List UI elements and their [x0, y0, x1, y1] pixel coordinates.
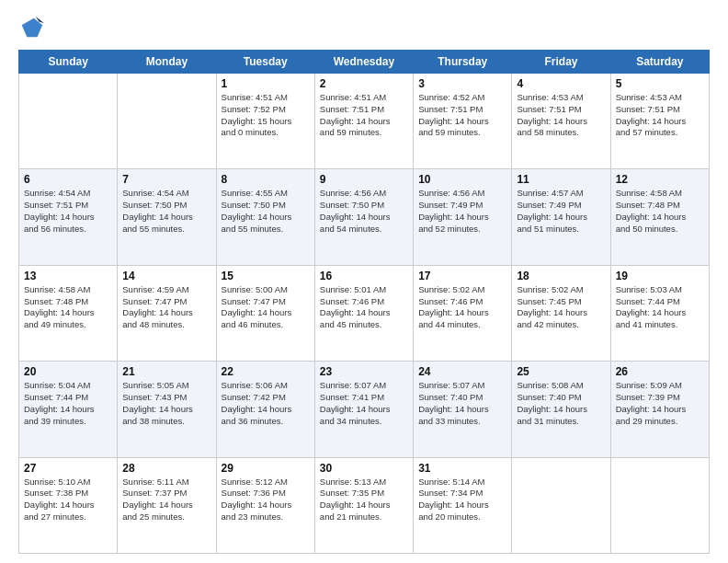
- day-number: 17: [418, 270, 506, 282]
- day-number: 2: [320, 77, 408, 90]
- day-detail: Sunrise: 5:03 AM Sunset: 7:44 PM Dayligh…: [616, 284, 704, 331]
- day-detail: Sunrise: 5:11 AM Sunset: 7:37 PM Dayligh…: [122, 477, 210, 523]
- day-detail: Sunrise: 5:12 AM Sunset: 7:36 PM Dayligh…: [222, 477, 310, 523]
- calendar-cell: 12Sunrise: 4:58 AM Sunset: 7:48 PM Dayli…: [610, 169, 709, 265]
- weekday-header-sunday: Sunday: [19, 51, 118, 74]
- day-number: 24: [418, 365, 506, 378]
- calendar-cell: 23Sunrise: 5:07 AM Sunset: 7:41 PM Dayli…: [314, 362, 413, 457]
- calendar-cell: 7Sunrise: 4:54 AM Sunset: 7:50 PM Daylig…: [118, 169, 216, 265]
- calendar-cell: 4Sunrise: 4:53 AM Sunset: 7:51 PM Daylig…: [512, 74, 610, 169]
- calendar-cell: 15Sunrise: 5:00 AM Sunset: 7:47 PM Dayli…: [216, 265, 314, 361]
- calendar-cell: 10Sunrise: 4:56 AM Sunset: 7:49 PM Dayli…: [414, 169, 512, 265]
- logo: [18, 15, 48, 40]
- calendar-cell: 9Sunrise: 4:56 AM Sunset: 7:50 PM Daylig…: [314, 169, 413, 265]
- day-detail: Sunrise: 5:01 AM Sunset: 7:46 PM Dayligh…: [320, 284, 408, 331]
- day-number: 20: [24, 365, 112, 378]
- calendar-cell: 19Sunrise: 5:03 AM Sunset: 7:44 PM Dayli…: [610, 265, 709, 361]
- calendar-cell: [512, 457, 610, 553]
- week-row-5: 27Sunrise: 5:10 AM Sunset: 7:38 PM Dayli…: [19, 457, 710, 553]
- day-detail: Sunrise: 5:08 AM Sunset: 7:40 PM Dayligh…: [517, 380, 605, 427]
- day-number: 9: [320, 173, 408, 186]
- day-number: 7: [122, 173, 210, 186]
- weekday-header-row: SundayMondayTuesdayWednesdayThursdayFrid…: [19, 51, 710, 74]
- day-detail: Sunrise: 5:05 AM Sunset: 7:43 PM Dayligh…: [122, 380, 210, 427]
- day-number: 5: [616, 77, 704, 90]
- weekday-header-tuesday: Tuesday: [216, 51, 314, 74]
- day-detail: Sunrise: 4:51 AM Sunset: 7:52 PM Dayligh…: [222, 92, 310, 139]
- calendar-cell: 26Sunrise: 5:09 AM Sunset: 7:39 PM Dayli…: [610, 362, 709, 457]
- weekday-header-friday: Friday: [512, 51, 610, 74]
- calendar-cell: 13Sunrise: 4:58 AM Sunset: 7:48 PM Dayli…: [19, 265, 118, 361]
- day-number: 22: [222, 365, 310, 378]
- day-detail: Sunrise: 5:13 AM Sunset: 7:35 PM Dayligh…: [320, 477, 408, 523]
- day-number: 21: [122, 365, 210, 378]
- page: SundayMondayTuesdayWednesdayThursdayFrid…: [0, 0, 728, 563]
- day-detail: Sunrise: 4:58 AM Sunset: 7:48 PM Dayligh…: [24, 284, 112, 331]
- day-number: 19: [616, 270, 704, 282]
- calendar-cell: 3Sunrise: 4:52 AM Sunset: 7:51 PM Daylig…: [414, 74, 512, 169]
- day-detail: Sunrise: 4:53 AM Sunset: 7:51 PM Dayligh…: [517, 92, 605, 139]
- calendar-cell: 28Sunrise: 5:11 AM Sunset: 7:37 PM Dayli…: [118, 457, 216, 553]
- day-number: 10: [418, 173, 506, 186]
- day-detail: Sunrise: 4:55 AM Sunset: 7:50 PM Dayligh…: [222, 188, 310, 235]
- calendar-table: SundayMondayTuesdayWednesdayThursdayFrid…: [18, 50, 710, 554]
- day-number: 1: [222, 77, 310, 90]
- calendar-cell: 24Sunrise: 5:07 AM Sunset: 7:40 PM Dayli…: [414, 362, 512, 457]
- day-number: 29: [222, 462, 310, 475]
- day-detail: Sunrise: 5:09 AM Sunset: 7:39 PM Dayligh…: [616, 380, 704, 427]
- calendar-cell: 1Sunrise: 4:51 AM Sunset: 7:52 PM Daylig…: [216, 74, 314, 169]
- calendar-cell: 20Sunrise: 5:04 AM Sunset: 7:44 PM Dayli…: [19, 362, 118, 457]
- calendar-cell: 18Sunrise: 5:02 AM Sunset: 7:45 PM Dayli…: [512, 265, 610, 361]
- day-detail: Sunrise: 4:51 AM Sunset: 7:51 PM Dayligh…: [320, 92, 408, 139]
- calendar-cell: 17Sunrise: 5:02 AM Sunset: 7:46 PM Dayli…: [414, 265, 512, 361]
- calendar-cell: 11Sunrise: 4:57 AM Sunset: 7:49 PM Dayli…: [512, 169, 610, 265]
- day-detail: Sunrise: 5:02 AM Sunset: 7:45 PM Dayligh…: [517, 284, 605, 331]
- day-detail: Sunrise: 5:06 AM Sunset: 7:42 PM Dayligh…: [222, 380, 310, 427]
- calendar-cell: 14Sunrise: 4:59 AM Sunset: 7:47 PM Dayli…: [118, 265, 216, 361]
- day-number: 3: [418, 77, 506, 90]
- week-row-4: 20Sunrise: 5:04 AM Sunset: 7:44 PM Dayli…: [19, 362, 710, 457]
- calendar-cell: 8Sunrise: 4:55 AM Sunset: 7:50 PM Daylig…: [216, 169, 314, 265]
- day-detail: Sunrise: 4:58 AM Sunset: 7:48 PM Dayligh…: [616, 188, 704, 235]
- day-detail: Sunrise: 4:54 AM Sunset: 7:51 PM Dayligh…: [24, 188, 112, 235]
- day-detail: Sunrise: 5:10 AM Sunset: 7:38 PM Dayligh…: [24, 477, 112, 523]
- weekday-header-saturday: Saturday: [610, 51, 709, 74]
- day-number: 18: [517, 270, 605, 282]
- calendar-cell: 5Sunrise: 4:53 AM Sunset: 7:51 PM Daylig…: [610, 74, 709, 169]
- calendar-cell: 6Sunrise: 4:54 AM Sunset: 7:51 PM Daylig…: [19, 169, 118, 265]
- day-detail: Sunrise: 4:57 AM Sunset: 7:49 PM Dayligh…: [517, 188, 605, 235]
- day-number: 12: [616, 173, 704, 186]
- day-number: 11: [517, 173, 605, 186]
- day-number: 13: [24, 270, 112, 282]
- day-number: 25: [517, 365, 605, 378]
- calendar-cell: 16Sunrise: 5:01 AM Sunset: 7:46 PM Dayli…: [314, 265, 413, 361]
- day-detail: Sunrise: 4:59 AM Sunset: 7:47 PM Dayligh…: [122, 284, 210, 331]
- day-detail: Sunrise: 4:54 AM Sunset: 7:50 PM Dayligh…: [122, 188, 210, 235]
- day-number: 8: [222, 173, 310, 186]
- day-number: 28: [122, 462, 210, 475]
- weekday-header-thursday: Thursday: [414, 51, 512, 74]
- day-detail: Sunrise: 5:00 AM Sunset: 7:47 PM Dayligh…: [222, 284, 310, 331]
- day-number: 14: [122, 270, 210, 282]
- day-detail: Sunrise: 5:02 AM Sunset: 7:46 PM Dayligh…: [418, 284, 506, 331]
- day-detail: Sunrise: 5:07 AM Sunset: 7:40 PM Dayligh…: [418, 380, 506, 427]
- calendar-cell: [118, 74, 216, 169]
- calendar-cell: 30Sunrise: 5:13 AM Sunset: 7:35 PM Dayli…: [314, 457, 413, 553]
- day-detail: Sunrise: 4:53 AM Sunset: 7:51 PM Dayligh…: [616, 92, 704, 139]
- day-detail: Sunrise: 5:07 AM Sunset: 7:41 PM Dayligh…: [320, 380, 408, 427]
- day-detail: Sunrise: 4:52 AM Sunset: 7:51 PM Dayligh…: [418, 92, 506, 139]
- day-number: 15: [222, 270, 310, 282]
- day-number: 31: [418, 462, 506, 475]
- calendar-cell: 22Sunrise: 5:06 AM Sunset: 7:42 PM Dayli…: [216, 362, 314, 457]
- day-number: 23: [320, 365, 408, 378]
- calendar-cell: 27Sunrise: 5:10 AM Sunset: 7:38 PM Dayli…: [19, 457, 118, 553]
- day-detail: Sunrise: 5:04 AM Sunset: 7:44 PM Dayligh…: [24, 380, 112, 427]
- day-detail: Sunrise: 5:14 AM Sunset: 7:34 PM Dayligh…: [418, 477, 506, 523]
- calendar-cell: [19, 74, 118, 169]
- week-row-2: 6Sunrise: 4:54 AM Sunset: 7:51 PM Daylig…: [19, 169, 710, 265]
- calendar-cell: 25Sunrise: 5:08 AM Sunset: 7:40 PM Dayli…: [512, 362, 610, 457]
- day-number: 26: [616, 365, 704, 378]
- day-detail: Sunrise: 4:56 AM Sunset: 7:49 PM Dayligh…: [418, 188, 506, 235]
- logo-icon: [18, 15, 44, 40]
- calendar-cell: 29Sunrise: 5:12 AM Sunset: 7:36 PM Dayli…: [216, 457, 314, 553]
